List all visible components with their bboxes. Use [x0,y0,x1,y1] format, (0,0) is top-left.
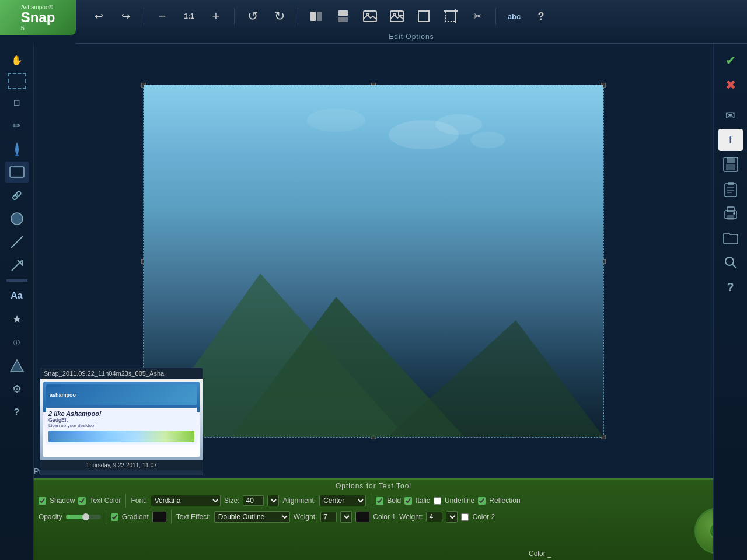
color1-box[interactable] [355,512,369,522]
tool-triangle[interactable] [5,355,29,376]
tool-screenshot[interactable] [5,162,29,183]
image-button[interactable] [359,5,381,27]
weight1-input[interactable] [320,512,337,522]
text-effect-label: Text Effect: [176,513,211,521]
svg-point-32 [725,257,734,265]
search-button[interactable] [718,251,743,274]
thumb-gadget-title: 2 like Ashampoo! [48,410,194,417]
email-button[interactable]: ✉ [718,104,743,127]
color1-label: Color 1 [373,513,396,521]
print-button[interactable] [718,202,743,225]
cancel-button[interactable]: ✖ [718,74,743,96]
toolbar-sep-4 [495,8,496,25]
italic-checkbox[interactable] [404,497,412,505]
gradient-color-box[interactable] [152,512,166,522]
svg-point-31 [733,212,735,215]
tool-link[interactable]: 🔗 [5,185,29,206]
tool-eraser[interactable]: ◻ [5,92,29,113]
clipboard-button[interactable] [718,178,743,200]
weight2-select[interactable]: ▾ [446,511,458,523]
logo-version: 5 [21,24,55,32]
tool-pencil[interactable]: ✏ [5,115,29,136]
image2-button[interactable] [386,5,408,27]
font-label: Font: [131,496,146,505]
svg-rect-8 [399,12,403,16]
shadow-checkbox[interactable] [39,497,46,505]
tool-select-rect[interactable] [8,73,26,89]
save-button[interactable] [718,153,743,176]
tool-pan[interactable]: ✋ [5,50,29,71]
reflection-checkbox[interactable] [478,497,486,505]
svg-line-33 [732,264,736,268]
toolbar-sep-2 [234,8,235,25]
weight2-input[interactable] [426,512,442,522]
mountain-right [388,320,603,437]
size-input[interactable] [243,495,264,506]
tool-arrow[interactable] [5,255,29,276]
svg-rect-1 [317,12,322,21]
flip-h-button[interactable] [305,5,327,27]
gradient-checkbox[interactable] [111,513,118,521]
bold-checkbox[interactable] [376,497,383,505]
tool-help[interactable]: ? [5,402,29,423]
italic-label: Italic [416,496,430,505]
weight1-label: Weight: [294,513,317,521]
opacity-slider[interactable] [66,514,101,519]
flip-v-button[interactable] [332,5,354,27]
toolbar-icons: ↩ ↪ − 1:1 + ↺ ↻ ✂ [76,0,747,33]
confirm-button[interactable]: ✔ [718,50,743,72]
crop-button[interactable] [413,5,435,27]
preview-thumbnail[interactable]: Snap_2011.09.22_11h04m23s_005_Asha asham… [40,368,203,475]
zoom-reset-button[interactable]: 1:1 [178,5,200,27]
thumb-body: 2 like Ashampoo! GadgEIt Liven up your d… [46,408,197,444]
size-select[interactable]: ▾ [267,495,279,506]
facebook-button[interactable]: f [718,129,743,151]
tool-star[interactable]: ★ [5,309,29,330]
help-button[interactable]: ? [530,5,552,27]
svg-point-16 [11,213,23,225]
color2-checkbox[interactable] [461,513,469,521]
tool-paint[interactable] [5,138,29,159]
zoom-in-button[interactable]: + [205,5,227,27]
text-color-checkbox[interactable] [78,497,86,505]
opacity-label: Opacity [39,513,62,521]
cloud-3 [470,132,505,148]
tool-settings[interactable]: ⚙ [5,379,29,400]
text-button[interactable]: abc [503,5,525,27]
tool-line[interactable] [5,232,29,253]
thumb-web-content: ashampoo 2 like Ashampoo! GadgEIt Liven … [43,382,200,457]
toolbar-sep-3 [298,8,298,25]
underline-checkbox[interactable] [434,497,441,505]
cloud-4 [307,108,365,132]
cloud-2 [435,114,482,135]
tool-info[interactable]: ⓘ [5,332,29,353]
svg-rect-15 [11,168,23,176]
top-toolbar: ↩ ↪ − 1:1 + ↺ ↻ ✂ [76,0,747,44]
help-right-button[interactable]: ? [718,276,743,298]
svg-point-13 [15,154,19,156]
zoom-out-button[interactable]: − [151,5,173,27]
svg-rect-10 [445,11,456,22]
svg-line-18 [12,260,22,271]
weight1-select[interactable]: ▾ [340,511,352,523]
svg-rect-0 [310,12,316,21]
svg-rect-24 [728,182,734,186]
alignment-select[interactable]: Center [319,495,366,506]
folder-button[interactable] [718,227,743,249]
thumb-header: ashampoo [46,384,197,405]
redo-button[interactable]: ↪ [114,5,137,27]
scissors-button[interactable]: ✂ [466,5,488,27]
tool-text[interactable]: Aa [5,285,29,306]
rotate-ccw-button[interactable]: ↺ [242,5,264,27]
text-effect-select[interactable]: Double Outline [214,511,290,523]
thumb-gadget-subtitle: GadgEIt [48,417,194,423]
alignment-label: Alignment: [282,496,316,505]
tool-shape[interactable] [5,208,29,229]
undo-button[interactable]: ↩ [88,5,110,27]
svg-rect-9 [418,11,429,22]
font-select[interactable]: Verdana [151,495,221,506]
opt-divider-3 [106,510,106,524]
rotate-cw-button[interactable]: ↻ [268,5,291,27]
trim-button[interactable] [439,5,462,27]
options-row-2: Opacity Gradient Text Effect: Double Out… [34,509,713,525]
